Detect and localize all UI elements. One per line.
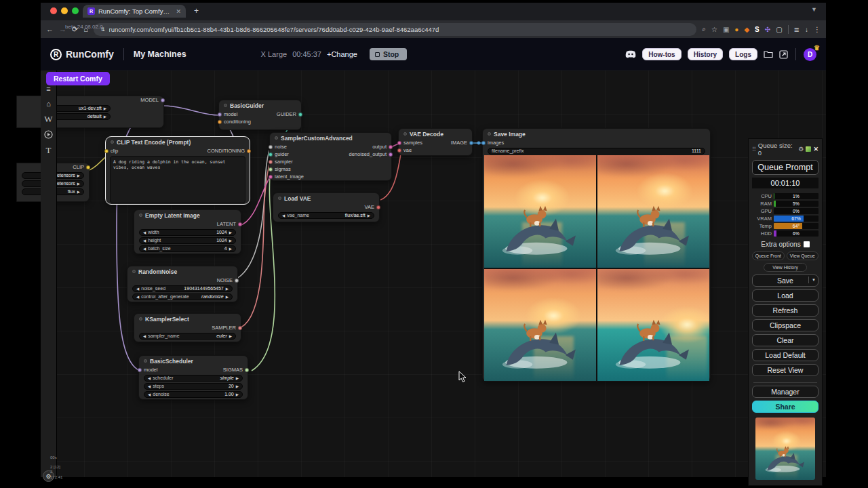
share-button[interactable]: Share — [752, 401, 818, 413]
collapse-dot[interactable] — [132, 270, 136, 273]
input-dot[interactable] — [138, 368, 142, 372]
output-dot[interactable] — [245, 368, 249, 372]
node-vae-decode[interactable]: VAE DecodesamplesIMAGEvae — [398, 128, 473, 156]
output-dot[interactable] — [389, 145, 393, 149]
collapse-dot[interactable] — [403, 132, 407, 136]
widget-right-arrow-icon[interactable]: ▶ — [236, 384, 239, 388]
widget-width[interactable]: ◀width1024▶ — [139, 229, 236, 237]
address-bar[interactable]: ⇅ runcomfy.com/comfyui/fb1cb5c1-88b4-43b… — [94, 23, 696, 36]
collapse-dot[interactable] — [488, 132, 491, 136]
output-slot-GUIDER[interactable]: GUIDER — [277, 111, 300, 117]
queue-prompt-button[interactable]: Queue Prompt — [752, 160, 818, 175]
output-dot[interactable] — [298, 113, 302, 117]
widget-right-arrow-icon[interactable]: ▶ — [229, 247, 232, 251]
collapse-dot[interactable] — [111, 140, 114, 144]
collapse-dot[interactable] — [139, 214, 142, 217]
reading-list-icon[interactable]: ≣ — [794, 26, 800, 33]
node-empty-latent-image[interactable]: Empty Latent ImageLATENT◀width1024▶◀heig… — [134, 209, 241, 254]
extra-options-checkbox[interactable] — [804, 241, 810, 247]
save-button[interactable]: Save▼ — [752, 274, 818, 287]
restart-comfy-button[interactable]: Restart Comfy — [46, 72, 110, 85]
node-basic-guider[interactable]: BasicGuidermodelGUIDERconditioning — [218, 100, 302, 130]
widget-right-arrow-icon[interactable]: ▶ — [77, 182, 80, 186]
widget-steps[interactable]: ◀steps20▶ — [144, 383, 243, 390]
extension-s-icon[interactable]: S — [755, 26, 760, 33]
bookmark-star-icon[interactable]: ☆ — [711, 26, 717, 33]
node-save-image[interactable]: Save Imageimagesfilename_prefix1111 — [482, 128, 711, 382]
input-dot[interactable] — [269, 175, 273, 179]
widget-control_after_generate[interactable]: ◀control_after_generaterandomize▶ — [132, 293, 233, 301]
how-tos-button[interactable]: How-tos — [642, 48, 681, 60]
input-slot-vae[interactable]: vae — [399, 147, 412, 153]
output-dot[interactable] — [235, 279, 239, 283]
output-dot[interactable] — [389, 152, 393, 157]
widget-left-arrow-icon[interactable]: ◀ — [143, 247, 146, 251]
input-dot[interactable] — [269, 152, 273, 157]
input-dot[interactable] — [218, 120, 222, 124]
widget-left-arrow-icon[interactable]: ◀ — [143, 334, 146, 338]
widget-height[interactable]: ◀height1024▶ — [139, 237, 236, 245]
widget-left-arrow-icon[interactable]: ◀ — [148, 392, 151, 396]
input-dot[interactable] — [397, 141, 401, 145]
input-slot-noise[interactable]: noise — [271, 144, 287, 150]
input-slot-guider[interactable]: guider — [271, 151, 289, 157]
prompt-textarea[interactable]: A dog riding a dolphin in the ocean, sun… — [110, 156, 245, 203]
tab-search-chevron-icon[interactable]: ▼ — [811, 6, 817, 13]
widget-right-arrow-icon[interactable]: ▶ — [104, 115, 106, 119]
input-dot[interactable] — [269, 160, 273, 164]
zoom-icon[interactable]: ⌕ — [702, 25, 706, 33]
widget-right-arrow-icon[interactable]: ▶ — [236, 392, 239, 396]
browser-tab[interactable]: R RunComfy: Top ComfyUI Plat ✕ — [83, 5, 186, 18]
menu-icon[interactable]: ≡ — [46, 85, 50, 93]
collapse-dot[interactable] — [144, 359, 147, 363]
output-slot-denoised_output[interactable]: denoised_output — [349, 151, 391, 157]
node-sampler-custom-advanced[interactable]: SamplerCustomAdvancednoiseoutputguiderde… — [269, 132, 392, 181]
widget-left-arrow-icon[interactable]: ◀ — [136, 287, 139, 291]
tab-close-icon[interactable]: ✕ — [176, 8, 181, 15]
input-slot-images[interactable]: images — [484, 140, 504, 146]
output-slot-SAMPLER[interactable]: SAMPLER — [212, 325, 240, 331]
nav-my-machines[interactable]: My Machines — [134, 49, 186, 59]
widget-sampler_name[interactable]: ◀sampler_nameeuler▶ — [139, 333, 236, 340]
widget-right-arrow-icon[interactable]: ▶ — [368, 214, 370, 218]
input-slot-model[interactable]: model — [140, 367, 157, 373]
play-circle-icon[interactable] — [44, 130, 53, 139]
input-slot-model[interactable]: model — [220, 111, 237, 117]
widget-right-arrow-icon[interactable]: ▶ — [104, 106, 106, 110]
collapse-dot[interactable] — [139, 317, 142, 321]
output-slot-IMAGE[interactable]: IMAGE — [451, 140, 471, 146]
clear-button[interactable]: Clear — [752, 334, 818, 346]
metamask-icon[interactable]: ◆ — [744, 26, 749, 33]
widget-right-arrow-icon[interactable]: ▶ — [77, 174, 80, 178]
maximize-window-button[interactable] — [72, 7, 79, 14]
downloads-icon[interactable]: ↓ — [805, 26, 808, 33]
reset-view-button[interactable]: Reset View — [752, 364, 818, 376]
node-ksampler-select[interactable]: KSamplerSelectSAMPLER◀sampler_nameeuler▶ — [134, 313, 241, 342]
widget-left-arrow-icon[interactable]: ◀ — [282, 214, 285, 218]
input-dot[interactable] — [481, 141, 486, 145]
output-dot[interactable] — [238, 222, 242, 226]
input-dot[interactable] — [269, 145, 273, 149]
extension-orange-icon[interactable]: ● — [734, 26, 738, 33]
output-slot-LATENT[interactable]: LATENT — [217, 221, 240, 227]
output-dot[interactable] — [247, 149, 251, 153]
panel-drag-handle[interactable]: ⠿ — [752, 146, 756, 152]
output-dot[interactable] — [469, 141, 473, 145]
output-slot-NOISE[interactable]: NOISE — [217, 277, 237, 283]
browser-menu-icon[interactable]: ⋮ — [814, 26, 821, 33]
input-dot[interactable] — [269, 167, 273, 171]
settings-gear-icon[interactable]: ⚙ — [798, 146, 804, 152]
widget-denoise[interactable]: ◀denoise1.00▶ — [144, 391, 243, 399]
widget-left-arrow-icon[interactable]: ◀ — [136, 295, 139, 299]
logs-button[interactable]: Logs — [729, 48, 757, 60]
output-slot-CONDITIONING[interactable]: CONDITIONING — [208, 148, 249, 154]
output-dot[interactable] — [161, 98, 165, 102]
folder-icon[interactable] — [764, 50, 773, 58]
load-button[interactable]: Load — [752, 289, 818, 302]
output-dot[interactable] — [238, 326, 242, 330]
widget-right-arrow-icon[interactable]: ▶ — [77, 190, 80, 194]
change-machine-button[interactable]: +Change — [327, 50, 357, 58]
widget-right-arrow-icon[interactable]: ▶ — [229, 239, 232, 243]
image-preview-icon[interactable] — [806, 146, 811, 152]
close-panel-icon[interactable]: ✕ — [813, 146, 818, 152]
